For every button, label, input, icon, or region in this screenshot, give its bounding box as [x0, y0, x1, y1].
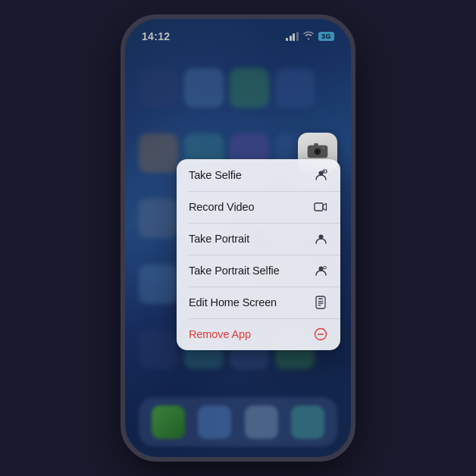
edit-home-screen-icon [313, 295, 328, 310]
menu-item-take-portrait-selfie-label: Take Portrait Selfie [189, 265, 280, 277]
menu-item-record-video[interactable]: Record Video [177, 191, 340, 223]
phone-screen: ◎ 14:12 [125, 19, 351, 457]
menu-item-remove-app-label: Remove App [189, 328, 251, 340]
menu-item-remove-app[interactable]: Remove App [177, 318, 340, 350]
svg-rect-13 [316, 296, 325, 308]
remove-app-icon [313, 327, 328, 342]
context-menu: Take Selfie Record Video [177, 159, 340, 350]
svg-point-5 [323, 147, 324, 149]
svg-rect-15 [318, 301, 324, 302]
take-portrait-selfie-icon [313, 263, 328, 278]
svg-rect-14 [318, 299, 323, 300]
svg-point-3 [317, 151, 319, 153]
svg-rect-16 [318, 303, 324, 304]
menu-item-take-portrait-selfie[interactable]: Take Portrait Selfie [177, 255, 340, 287]
menu-item-take-portrait-label: Take Portrait [189, 233, 249, 245]
svg-rect-4 [314, 143, 318, 146]
menu-item-edit-home-screen-label: Edit Home Screen [189, 296, 277, 308]
take-portrait-icon [313, 231, 328, 246]
menu-item-take-selfie[interactable]: Take Selfie [177, 159, 340, 191]
menu-item-take-portrait[interactable]: Take Portrait [177, 223, 340, 255]
svg-rect-17 [318, 305, 321, 305]
svg-rect-9 [315, 203, 323, 211]
menu-item-edit-home-screen[interactable]: Edit Home Screen [177, 287, 340, 318]
take-selfie-icon [313, 168, 328, 183]
menu-item-take-selfie-label: Take Selfie [189, 169, 242, 181]
svg-rect-8 [324, 171, 325, 172]
phone-frame: ◎ 14:12 [121, 14, 355, 462]
svg-point-12 [323, 266, 326, 269]
record-video-icon [313, 199, 328, 215]
menu-item-record-video-label: Record Video [189, 201, 254, 213]
